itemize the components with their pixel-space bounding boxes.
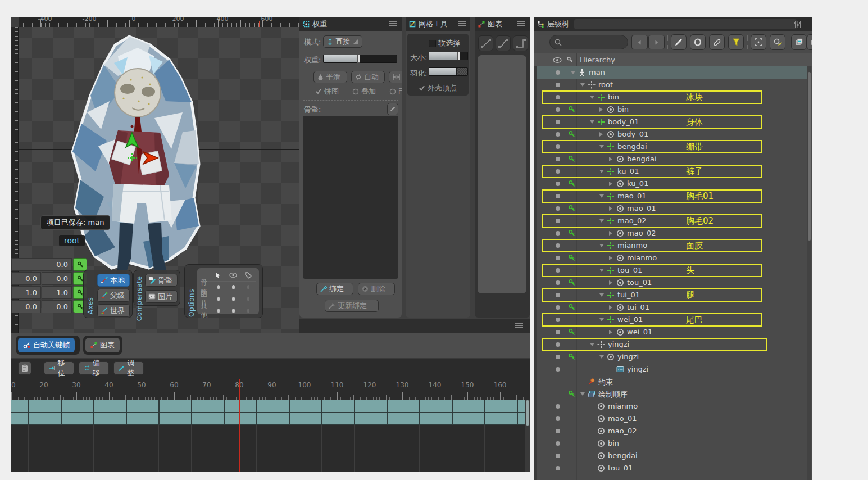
expand-arrow-icon[interactable] <box>599 318 604 321</box>
tree-row-constraints-约束[interactable]: 约束 <box>537 375 807 388</box>
expand-arrow-icon[interactable] <box>580 392 585 396</box>
expand-arrow-icon[interactable] <box>609 206 612 211</box>
expand-arrow-icon[interactable] <box>580 83 585 87</box>
hierarchy-search-input[interactable] <box>549 35 628 49</box>
tree-row-slot-wei_01[interactable]: wei_01 <box>537 326 807 338</box>
focus-selection-button[interactable] <box>751 34 766 50</box>
tree-row-bone-mianmo[interactable]: mianmo <box>537 239 807 252</box>
visibility-dot[interactable] <box>556 404 560 409</box>
timeline-empty-rows[interactable] <box>11 425 525 472</box>
mesh-tools-tab[interactable]: 网格工具 <box>406 17 470 31</box>
filter-button[interactable] <box>728 34 744 50</box>
visibility-dot[interactable] <box>556 107 560 112</box>
expand-arrow-icon[interactable] <box>609 280 612 285</box>
curve-bezier-button[interactable] <box>496 35 511 51</box>
tree-row-doslot-bin[interactable]: bin <box>537 437 807 450</box>
visibility-dot[interactable] <box>556 429 560 433</box>
clipboard-button[interactable] <box>18 361 31 375</box>
visibility-dot[interactable] <box>556 318 560 322</box>
axes-parent-button[interactable]: 父级 <box>97 289 130 302</box>
bones-edit-button[interactable] <box>387 103 398 115</box>
tree-row-bone-body_01[interactable]: body_01 <box>537 116 807 128</box>
visibility-dot[interactable] <box>556 416 560 421</box>
tree-row-slot-ku_01[interactable]: ku_01 <box>537 178 807 190</box>
visibility-dot[interactable] <box>556 95 560 99</box>
option-toggle-dot[interactable] <box>247 285 249 289</box>
tree-row-doslot-mao_01[interactable]: mao_01 <box>537 413 807 425</box>
hull-vertices-checkbox[interactable]: 外壳顶点 <box>419 83 457 93</box>
tree-row-slot-tui_01[interactable]: tui_01 <box>537 301 807 314</box>
expand-arrow-icon[interactable] <box>609 182 612 186</box>
mode-dropdown[interactable]: 直接 <box>323 35 362 48</box>
tree-row-bone-ku_01[interactable]: ku_01 <box>537 165 807 178</box>
visibility-dot[interactable] <box>556 120 560 124</box>
graph-tab[interactable]: 图表 <box>475 17 530 31</box>
timeline-ruler[interactable]: 102030405060708090100110120130140150160 <box>11 378 525 400</box>
axes-world-button[interactable]: 世界 <box>97 304 130 317</box>
search-edit-button[interactable] <box>770 34 785 50</box>
tree-row-slot-yingzi[interactable]: yingzi <box>537 351 807 363</box>
tree-row-bone-mao_01[interactable]: mao_01 <box>537 190 807 202</box>
tree-row-doslot-mianmo[interactable]: mianmo <box>537 400 807 413</box>
visibility-dot[interactable] <box>556 83 560 87</box>
tree-row-slot-tou_01[interactable]: tou_01 <box>537 277 807 289</box>
option-toggle-dot[interactable] <box>217 285 220 289</box>
ring-tool-button[interactable] <box>690 34 706 50</box>
tree-row-bone-mao_02[interactable]: mao_02 <box>537 215 807 227</box>
dock-menu-icon[interactable] <box>515 323 523 328</box>
visibility-dot[interactable] <box>556 367 560 372</box>
weights-tab[interactable]: 权重 <box>299 17 402 31</box>
tree-row-slot-mianmo[interactable]: mianmo <box>537 252 807 264</box>
pie-checkbox[interactable]: 饼图 <box>315 87 339 97</box>
expand-arrow-icon[interactable] <box>609 157 612 161</box>
tree-row-image-yingzi[interactable]: yingzi <box>537 363 807 375</box>
expand-arrow-icon[interactable] <box>599 132 603 137</box>
soft-select-checkbox[interactable]: 软选择 <box>429 38 460 48</box>
tree-row-bone-tui_01[interactable]: tui_01 <box>537 289 807 301</box>
expand-arrow-icon[interactable] <box>609 231 612 236</box>
weights-menu-icon[interactable] <box>389 21 397 26</box>
transform-value-field[interactable]: 0.0 <box>11 300 41 313</box>
graph-menu-icon[interactable] <box>517 21 525 26</box>
visibility-dot[interactable] <box>556 330 560 334</box>
visibility-dot[interactable] <box>556 144 560 149</box>
update-bind-button[interactable]: 更新绑定 <box>325 300 379 312</box>
visibility-dot[interactable] <box>556 157 560 161</box>
size-slider[interactable] <box>429 52 468 60</box>
visibility-dot[interactable] <box>556 132 560 137</box>
expand-arrow-icon[interactable] <box>599 107 603 112</box>
transform-value-field[interactable]: 0.0 <box>42 300 72 313</box>
expand-arrow-icon[interactable] <box>599 355 604 359</box>
visibility-dot[interactable] <box>556 355 560 359</box>
curve-linear-button[interactable] <box>478 35 493 51</box>
option-toggle-dot[interactable] <box>247 309 249 313</box>
option-toggle-dot[interactable] <box>232 285 234 289</box>
collapse-tree-button[interactable] <box>791 34 807 50</box>
option-toggle-dot[interactable] <box>217 309 220 313</box>
hierarchy-scrollbar[interactable] <box>807 66 811 480</box>
hierarchy-tab[interactable]: 层级树 <box>534 17 812 31</box>
expand-arrow-icon[interactable] <box>599 293 604 297</box>
visibility-dot[interactable] <box>556 342 560 347</box>
visibility-dot[interactable] <box>556 466 560 470</box>
expand-arrow-icon[interactable] <box>609 305 612 310</box>
transform-value-field[interactable]: 1.0 <box>42 286 72 299</box>
compensate-bones-button[interactable]: 骨骼 <box>145 274 178 287</box>
visibility-dot[interactable] <box>556 219 560 223</box>
expand-arrow-icon[interactable] <box>571 71 575 74</box>
visibility-dot[interactable] <box>556 206 560 211</box>
tree-row-root-root[interactable]: root <box>537 79 807 91</box>
expand-arrow-icon[interactable] <box>599 145 604 148</box>
visibility-dot[interactable] <box>556 441 560 446</box>
transform-value-field[interactable]: 0.0 <box>11 258 72 271</box>
expand-arrow-icon[interactable] <box>599 170 604 173</box>
offset-button[interactable]: 偏移 <box>79 361 109 375</box>
key-value-button[interactable] <box>73 258 87 271</box>
tree-row-doslot-bengdai[interactable]: bengdai <box>537 450 807 462</box>
visibility-dot[interactable] <box>556 243 560 248</box>
bone-weights-list[interactable] <box>303 116 398 279</box>
visibility-dot[interactable] <box>556 305 560 310</box>
visibility-dot[interactable] <box>556 268 560 273</box>
prune-button[interactable]: 修剪 <box>389 71 402 83</box>
timeline-track-row[interactable] <box>11 400 525 413</box>
